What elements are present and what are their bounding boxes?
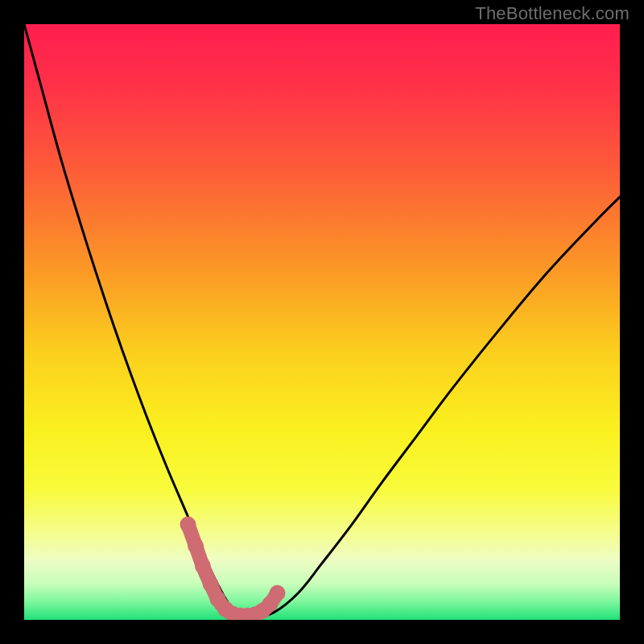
highlight-dot [195, 558, 211, 574]
bottleneck-curve [24, 24, 620, 617]
chart-stage: TheBottleneck.com [0, 0, 644, 644]
highlight-dot [188, 538, 204, 554]
plot-area [24, 24, 620, 620]
highlight-dot [270, 585, 286, 601]
highlight-dot [180, 517, 196, 533]
highlight-dot [203, 576, 219, 592]
curve-layer [24, 24, 620, 620]
watermark-text: TheBottleneck.com [475, 3, 630, 24]
